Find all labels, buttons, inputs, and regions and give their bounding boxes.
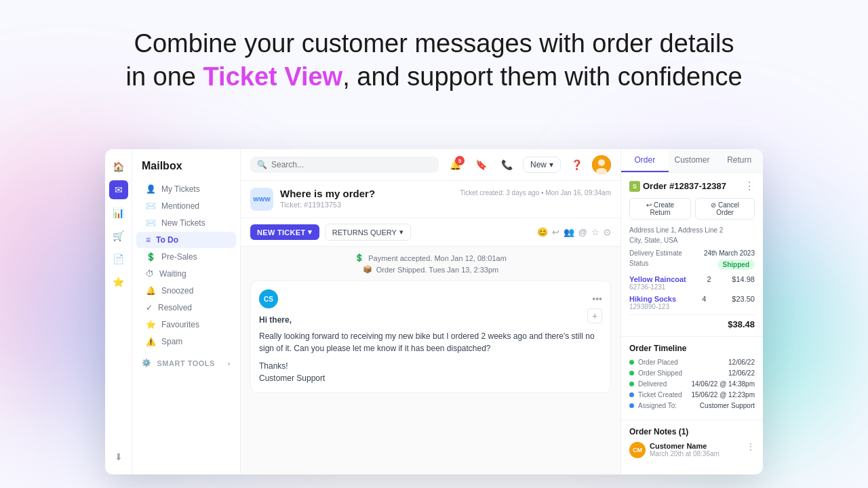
phone-button[interactable]: 📞 xyxy=(497,155,517,175)
notification-bell-button[interactable]: 🔔 5 xyxy=(446,155,466,175)
item-price-raincoat: $14.98 xyxy=(732,275,755,283)
emoji-icon[interactable]: 😊 xyxy=(537,227,548,237)
note-avatar: CM xyxy=(629,442,646,458)
order-timeline-title: Order Timeline xyxy=(629,344,755,353)
item-name-socks[interactable]: Hiking Socks xyxy=(629,295,676,303)
panel-tabs: Order Customer Return xyxy=(621,149,763,173)
sender-avatar: CS xyxy=(259,289,278,308)
sidebar-item-to-do[interactable]: ≡ To Do xyxy=(136,232,236,248)
ticket-header: WWW Where is my order? Ticket: #11913753… xyxy=(241,181,620,218)
sidebar-item-waiting[interactable]: ⏱ Waiting xyxy=(136,266,236,282)
timeline-row-shipped: Order Shipped 12/06/22 xyxy=(629,369,755,377)
sidebar-item-new-tickets[interactable]: ✉️ New Tickets xyxy=(136,215,236,231)
item-name-raincoat[interactable]: Yellow Raincoat xyxy=(629,275,686,283)
ticket-title: Where is my order? xyxy=(280,188,453,199)
waiting-icon: ⏱ xyxy=(146,269,154,279)
nav-chart-icon[interactable]: 📊 xyxy=(109,203,128,222)
cancel-order-button[interactable]: ⊘ Cancel Order xyxy=(695,198,755,220)
ticket-meta: Ticket created: 3 days ago • Mon Jan 16,… xyxy=(460,189,611,197)
icon-nav: 🏠 ✉ 📊 🛒 📄 ⭐ ⬇ xyxy=(105,149,132,474)
nav-cart-icon[interactable]: 🛒 xyxy=(109,226,128,245)
reply-icon[interactable]: ↩ xyxy=(552,227,559,237)
message-body: Hi there, Really looking forward to rece… xyxy=(259,314,602,384)
smart-tools-label[interactable]: ⚙️ SMART TOOLS › xyxy=(132,355,240,371)
smart-tools-bars-icon: ⚙️ xyxy=(142,359,152,367)
dot-shipped xyxy=(629,371,634,375)
user-avatar[interactable] xyxy=(592,155,611,174)
sidebar-item-spam[interactable]: ⚠️ Spam xyxy=(136,333,236,350)
sidebar-item-mentioned[interactable]: ✉️ Mentioned xyxy=(136,198,236,214)
create-return-button[interactable]: ↩ Create Return xyxy=(629,198,691,220)
order-more-icon[interactable]: ⋮ xyxy=(744,180,755,192)
bookmark-button[interactable]: 🔖 xyxy=(471,155,492,175)
message-greeting: Hi there, xyxy=(259,314,602,326)
top-bar-icons: 🔔 5 🔖 📞 New ▾ ❓ xyxy=(446,155,611,175)
header-section: Combine your customer messages with orde… xyxy=(0,27,868,94)
note-content: Customer Name March 20th at 08:36am xyxy=(650,442,743,458)
new-button[interactable]: New ▾ xyxy=(523,157,561,173)
favourites-icon: ⭐ xyxy=(146,320,156,329)
shipped-icon: 📦 xyxy=(363,265,372,274)
smart-tools-chevron-icon: › xyxy=(228,359,231,367)
search-icon: 🔍 xyxy=(257,160,267,169)
nav-home-icon[interactable]: 🏠 xyxy=(109,157,128,176)
tab-order[interactable]: Order xyxy=(621,149,669,172)
sidebar-item-my-tickets[interactable]: 👤 My Tickets xyxy=(136,181,236,197)
ticket-title-area: Where is my order? Ticket: #11913753 xyxy=(280,188,453,209)
note-date: March 20th at 08:36am xyxy=(650,450,743,458)
new-tickets-icon: ✉️ xyxy=(146,218,156,228)
tab-return[interactable]: Return xyxy=(715,149,763,172)
timeline-row-assigned: Assigned To: Customer Support xyxy=(629,402,755,409)
right-panel: Order Customer Return S Order #12837-123… xyxy=(620,149,763,474)
nav-doc-icon[interactable]: 📄 xyxy=(109,249,128,268)
header-highlight: Ticket View xyxy=(203,62,343,91)
dot-ticket-created xyxy=(629,392,634,397)
add-note-button[interactable]: + xyxy=(587,308,602,323)
ticket-actions: NEW TICKET ▾ RETURNS QUERY ▾ 😊 ↩ 👥 @ ☆ ⊙ xyxy=(241,218,620,247)
star-action-icon[interactable]: ☆ xyxy=(591,227,599,237)
header-text: Combine your customer messages with orde… xyxy=(0,27,868,94)
svg-point-1 xyxy=(598,159,605,166)
order-info-section: S Order #12837-12387 ⋮ ↩ Create Return ⊘… xyxy=(621,173,763,337)
chat-message: CS ••• Hi there, Really looking forward … xyxy=(250,281,611,393)
order-items: Yellow Raincoat 62736-1231 2 $14.98 Hiki… xyxy=(629,275,755,329)
nav-download-icon[interactable]: ⬇ xyxy=(109,447,128,466)
search-box: 🔍 xyxy=(250,157,439,173)
chevron-down-icon: ▾ xyxy=(549,160,553,169)
sidebar: Mailbox 👤 My Tickets ✉️ Mentioned ✉️ New… xyxy=(132,149,241,474)
new-ticket-button[interactable]: NEW TICKET ▾ xyxy=(250,224,319,240)
item-sku-raincoat: 62736-1231 xyxy=(629,283,686,291)
sidebar-item-resolved[interactable]: ✓ Resolved xyxy=(136,300,236,316)
sidebar-item-favourites[interactable]: ⭐ Favourites xyxy=(136,317,236,333)
timeline-row-placed: Order Placed 12/06/22 xyxy=(629,359,755,366)
sidebar-item-snoozed[interactable]: 🔔 Snoozed xyxy=(136,283,236,299)
more-options-icon[interactable]: ••• xyxy=(592,293,602,304)
dot-assigned xyxy=(629,403,634,408)
top-bar: 🔍 🔔 5 🔖 📞 New ▾ ❓ xyxy=(241,149,620,181)
at-icon[interactable]: @ xyxy=(578,227,587,237)
order-timeline-section: Order Timeline Order Placed 12/06/22 Ord… xyxy=(621,337,763,420)
assign-icon[interactable]: 👥 xyxy=(564,227,574,237)
note-more-icon[interactable]: ⋮ xyxy=(747,442,755,458)
item-qty-socks: 4 xyxy=(702,295,706,303)
sidebar-title: Mailbox xyxy=(132,157,240,180)
shopify-icon: S xyxy=(629,181,640,192)
sidebar-item-pre-sales[interactable]: 💲 Pre-Sales xyxy=(136,249,236,265)
header-line1: Combine your customer messages with orde… xyxy=(134,29,734,58)
timeline-row-delivered: Delivered 14/06/22 @ 14:38pm xyxy=(629,380,755,388)
order-item-raincoat: Yellow Raincoat 62736-1231 2 $14.98 xyxy=(629,275,755,291)
nav-mail-icon[interactable]: ✉ xyxy=(109,180,128,199)
timeline-event-payment: 💲 Payment accepted. Mon Jan 12, 08:01am xyxy=(250,253,611,262)
more-icon[interactable]: ⊙ xyxy=(604,227,611,237)
nav-star-icon[interactable]: ⭐ xyxy=(109,272,128,291)
pre-sales-icon: 💲 xyxy=(146,252,156,262)
message-signature: Customer Support xyxy=(259,372,602,384)
tab-customer[interactable]: Customer xyxy=(669,149,716,172)
help-button[interactable]: ❓ xyxy=(566,155,587,175)
delivery-estimate-row: Delivery Estimate 24th March 2023 xyxy=(629,249,755,257)
returns-query-button[interactable]: RETURNS QUERY ▾ xyxy=(325,224,411,241)
ticket-id: Ticket: #11913753 xyxy=(280,201,453,209)
snoozed-icon: 🔔 xyxy=(146,286,156,296)
order-action-buttons: ↩ Create Return ⊘ Cancel Order xyxy=(629,198,755,220)
search-input[interactable] xyxy=(271,160,432,169)
